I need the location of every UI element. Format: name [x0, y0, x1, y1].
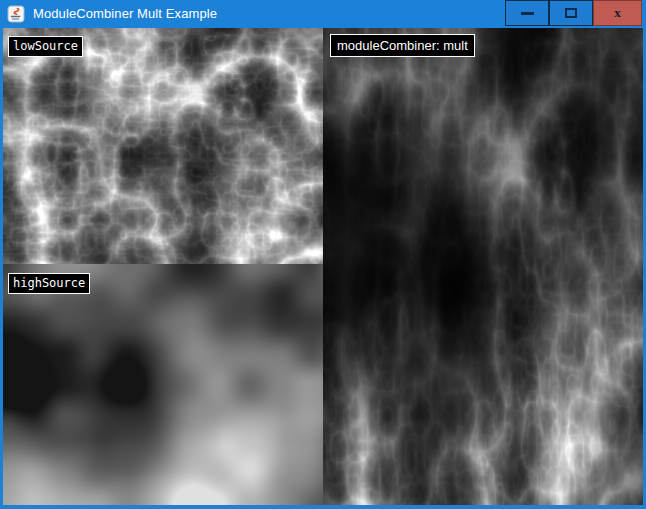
- high-source-image: [3, 264, 323, 505]
- window-title: ModuleCombiner Mult Example: [33, 0, 217, 28]
- panel-label-highsource: highSource: [8, 273, 90, 294]
- app-window: ModuleCombiner Mult Example x lowSource …: [0, 0, 646, 509]
- low-source-image: [3, 28, 323, 264]
- close-icon: x: [614, 6, 621, 19]
- close-button[interactable]: x: [593, 0, 642, 26]
- render-area: lowSource highSource moduleCombiner: mul…: [3, 28, 643, 505]
- panel-label-lowsource: lowSource: [8, 36, 83, 57]
- mult-result-image: [323, 28, 643, 505]
- java-app-icon: [7, 5, 25, 23]
- minimize-icon: [521, 12, 534, 15]
- panel-label-mult: moduleCombiner: mult: [330, 34, 475, 57]
- maximize-button[interactable]: [549, 0, 593, 26]
- maximize-icon: [565, 8, 577, 18]
- title-bar[interactable]: ModuleCombiner Mult Example x: [0, 0, 646, 28]
- window-controls: x: [505, 0, 642, 25]
- minimize-button[interactable]: [505, 0, 549, 26]
